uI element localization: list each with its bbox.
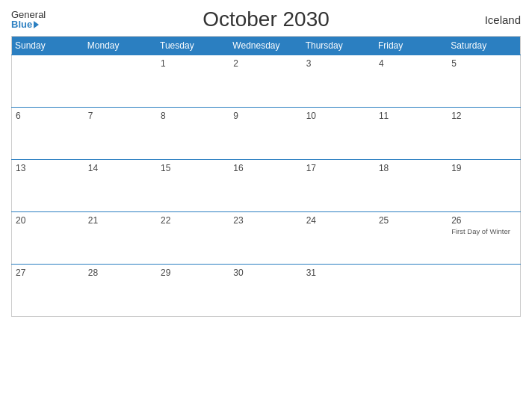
day-number: 23 bbox=[233, 215, 243, 226]
day-number: 30 bbox=[233, 268, 243, 278]
calendar-cell: 15 bbox=[157, 160, 229, 212]
calendar-header: General Blue October 2030 Iceland bbox=[11, 7, 521, 31]
calendar-cell: 22 bbox=[157, 212, 229, 265]
day-number: 5 bbox=[451, 58, 457, 69]
calendar-cell: 3 bbox=[303, 55, 375, 108]
day-number: 4 bbox=[379, 58, 384, 69]
day-number: 15 bbox=[161, 163, 170, 173]
day-of-week-header: Friday bbox=[375, 37, 448, 55]
day-number: 22 bbox=[161, 215, 170, 226]
calendar-cell: 7 bbox=[84, 108, 157, 160]
calendar-cell: 29 bbox=[157, 265, 229, 317]
calendar-cell: 16 bbox=[229, 160, 302, 212]
calendar-cell: 9 bbox=[229, 108, 302, 160]
calendar-cell bbox=[84, 55, 157, 108]
calendar-cell: 21 bbox=[84, 212, 157, 265]
day-number: 29 bbox=[161, 268, 170, 278]
page-title: October 2030 bbox=[202, 7, 330, 31]
day-number: 17 bbox=[306, 163, 316, 173]
calendar-header-row: SundayMondayTuesdayWednesdayThursdayFrid… bbox=[12, 37, 521, 55]
day-number: 3 bbox=[306, 58, 312, 69]
calendar-cell: 13 bbox=[12, 160, 84, 212]
day-of-week-header: Sunday bbox=[12, 37, 84, 55]
day-number: 20 bbox=[16, 215, 25, 226]
calendar-cell: 4 bbox=[375, 55, 448, 108]
calendar-cell bbox=[12, 55, 84, 108]
logo-triangle-icon bbox=[34, 21, 39, 28]
day-number: 9 bbox=[233, 111, 238, 121]
calendar-cell: 18 bbox=[375, 160, 448, 212]
logo: General Blue bbox=[11, 10, 46, 29]
calendar-cell: 27 bbox=[12, 265, 84, 317]
day-number: 7 bbox=[88, 111, 93, 121]
day-of-week-header: Wednesday bbox=[229, 37, 302, 55]
calendar-cell: 24 bbox=[303, 212, 375, 265]
day-of-week-header: Tuesday bbox=[157, 37, 229, 55]
day-number: 1 bbox=[161, 58, 166, 69]
calendar-cell: 2 bbox=[229, 55, 302, 108]
calendar-cell: 17 bbox=[303, 160, 375, 212]
day-number: 27 bbox=[16, 268, 25, 278]
day-number: 21 bbox=[88, 215, 98, 226]
calendar-cell: 14 bbox=[84, 160, 157, 212]
day-of-week-header: Saturday bbox=[448, 37, 520, 55]
day-number: 14 bbox=[88, 163, 98, 173]
country-label: Iceland bbox=[485, 13, 521, 26]
calendar-event: First Day of Winter bbox=[451, 227, 516, 236]
calendar-cell: 30 bbox=[229, 265, 302, 317]
day-number: 10 bbox=[306, 111, 316, 121]
calendar-cell: 20 bbox=[12, 212, 84, 265]
day-number: 16 bbox=[233, 163, 243, 173]
calendar-cell: 23 bbox=[229, 212, 302, 265]
calendar-cell: 1 bbox=[157, 55, 229, 108]
day-of-week-header: Thursday bbox=[303, 37, 375, 55]
calendar-cell: 12 bbox=[448, 108, 520, 160]
calendar-cell: 28 bbox=[84, 265, 157, 317]
calendar-cell: 26First Day of Winter bbox=[448, 212, 520, 265]
calendar-week-row: 6789101112 bbox=[12, 108, 521, 160]
calendar-cell: 31 bbox=[303, 265, 375, 317]
calendar-cell: 6 bbox=[12, 108, 84, 160]
calendar-cell bbox=[448, 265, 520, 317]
day-number: 6 bbox=[16, 111, 21, 121]
calendar-cell bbox=[375, 265, 448, 317]
calendar-cell: 8 bbox=[157, 108, 229, 160]
day-number: 11 bbox=[379, 111, 389, 121]
day-number: 19 bbox=[451, 163, 461, 173]
day-of-week-header: Monday bbox=[84, 37, 157, 55]
calendar-week-row: 13141516171819 bbox=[12, 160, 521, 212]
calendar-cell: 25 bbox=[375, 212, 448, 265]
day-number: 8 bbox=[161, 111, 166, 121]
calendar-week-row: 12345 bbox=[12, 55, 521, 108]
calendar-cell: 10 bbox=[303, 108, 375, 160]
day-number: 25 bbox=[379, 215, 389, 226]
calendar-cell: 11 bbox=[375, 108, 448, 160]
day-number: 2 bbox=[233, 58, 238, 69]
day-number: 28 bbox=[88, 268, 98, 278]
day-number: 24 bbox=[306, 215, 316, 226]
day-number: 18 bbox=[379, 163, 389, 173]
logo-blue-text: Blue bbox=[11, 19, 39, 29]
day-number: 26 bbox=[451, 215, 461, 226]
day-number: 12 bbox=[451, 111, 461, 121]
calendar-cell: 19 bbox=[448, 160, 520, 212]
calendar-cell: 5 bbox=[448, 55, 520, 108]
calendar-table: SundayMondayTuesdayWednesdayThursdayFrid… bbox=[11, 36, 521, 317]
day-number: 13 bbox=[16, 163, 25, 173]
calendar-week-row: 2728293031 bbox=[12, 265, 521, 317]
calendar-week-row: 20212223242526First Day of Winter bbox=[12, 212, 521, 265]
day-number: 31 bbox=[306, 268, 316, 278]
